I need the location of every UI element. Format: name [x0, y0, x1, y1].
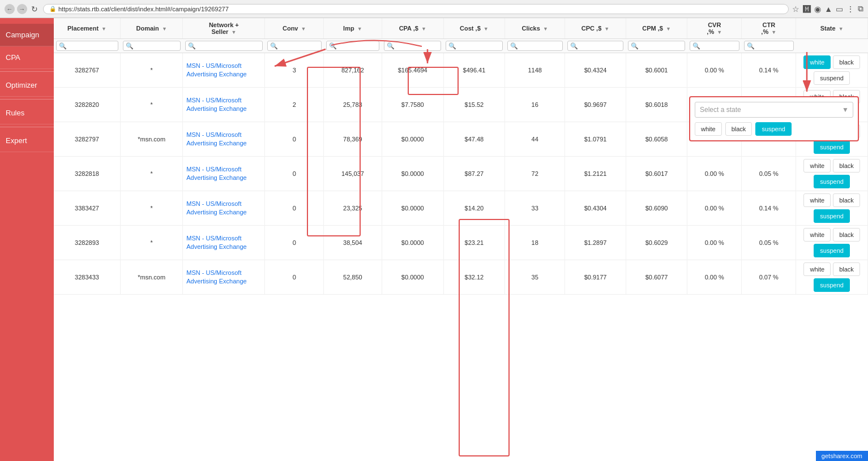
cost-filter-icon[interactable]: ▼ — [484, 26, 489, 32]
cell-ctr: 0.14 % — [742, 53, 796, 88]
cell-clicks: 16 — [505, 88, 565, 122]
state-suspend-button[interactable]: suspend — [755, 122, 792, 136]
table-search-row — [54, 39, 868, 53]
search-cost[interactable] — [446, 41, 502, 51]
search-network[interactable] — [185, 41, 263, 51]
row-black-btn[interactable]: black — [833, 159, 860, 173]
row-white-btn[interactable]: white — [803, 159, 831, 173]
forward-button[interactable]: → — [17, 4, 27, 14]
row-suspend-btn[interactable]: suspend — [814, 209, 850, 223]
domain-filter-icon[interactable]: ▼ — [162, 26, 167, 32]
bottom-badge: getsharex.com — [816, 451, 868, 461]
cell-cpc: $0.4324 — [565, 53, 626, 88]
cpa-filter-icon[interactable]: ▼ — [421, 26, 426, 32]
placement-filter-icon[interactable]: ▼ — [101, 26, 106, 32]
cast-icon[interactable]: ▭ — [836, 5, 843, 14]
sidebar-item-optimizer[interactable]: Optimizer — [0, 74, 54, 97]
row-suspend-btn[interactable]: suspend — [814, 71, 850, 85]
menu-icon[interactable]: ⋮ — [846, 5, 854, 14]
cell-placement: 3282893 — [54, 226, 121, 260]
cell-cpc: $1.0791 — [565, 122, 626, 157]
state-black-button[interactable]: black — [725, 122, 752, 136]
cell-conv: 2 — [265, 88, 324, 122]
cell-cpm: $0.6029 — [626, 226, 687, 260]
search-domain[interactable] — [123, 41, 181, 51]
cell-domain: * — [121, 191, 183, 226]
col-cpm: CPM ,$ ▼ — [626, 18, 687, 39]
search-conv[interactable] — [267, 41, 322, 51]
cpc-filter-icon[interactable]: ▼ — [604, 26, 609, 32]
search-imp[interactable] — [326, 41, 380, 51]
cell-cpm: $0.6077 — [626, 260, 687, 295]
imp-filter-icon[interactable]: ▼ — [357, 26, 362, 32]
state-white-button[interactable]: white — [695, 122, 722, 136]
ext-icon-1[interactable]: 🅼 — [803, 5, 811, 14]
col-cvr: CVR,% ▼ — [687, 18, 742, 39]
cell-cpa: $0.0000 — [382, 191, 443, 226]
bookmark-icon[interactable]: ☆ — [792, 5, 799, 14]
cell-imp: 145,037 — [324, 157, 382, 191]
row-white-btn[interactable]: white — [803, 193, 831, 207]
state-select-dropdown[interactable]: Select a state white black suspend — [695, 102, 853, 118]
col-cost: Cost ,$ ▼ — [443, 18, 504, 39]
search-cpc[interactable] — [567, 41, 624, 51]
ctr-filter-icon[interactable]: ▼ — [771, 29, 776, 35]
ext-icon-2[interactable]: ◉ — [814, 5, 821, 14]
sidebar-item-cpa[interactable]: CPA — [0, 46, 54, 69]
cell-conv: 0 — [265, 191, 324, 226]
row-white-btn[interactable]: white — [803, 228, 831, 242]
sidebar-item-rules[interactable]: Rules — [0, 102, 54, 124]
cell-network: MSN - US/Microsoft Advertising Exchange — [183, 53, 265, 88]
cell-cpa: $0.0000 — [382, 157, 443, 191]
row-white-btn[interactable]: white — [803, 262, 831, 276]
cell-network: MSN - US/Microsoft Advertising Exchange — [183, 88, 265, 122]
app-layout: Campaign CPA Optimizer Rules Expert — [0, 18, 868, 461]
col-placement: Placement ▼ — [54, 18, 121, 39]
cell-state: white black suspend — [796, 157, 868, 191]
cell-cvr: 0.00 % — [687, 260, 742, 295]
cell-cvr: 0.00 % — [687, 157, 742, 191]
row-suspend-btn[interactable]: suspend — [814, 175, 850, 188]
cell-cvr: 0.00 % — [687, 191, 742, 226]
ext-icon-3[interactable]: ▲ — [824, 5, 832, 14]
url-bar[interactable]: 🔒 https://stats.rtb.cat/client/dist/inde… — [43, 4, 789, 14]
row-black-btn[interactable]: black — [833, 55, 860, 69]
cpm-filter-icon[interactable]: ▼ — [666, 26, 671, 32]
cell-clicks: 44 — [505, 122, 565, 157]
search-clicks[interactable] — [507, 41, 563, 51]
row-black-btn[interactable]: black — [833, 262, 860, 276]
cell-cpc: $0.4304 — [565, 191, 626, 226]
row-suspend-btn[interactable]: suspend — [814, 140, 850, 154]
cell-cost: $496.41 — [443, 53, 504, 88]
copy-icon[interactable]: ⧉ — [858, 4, 863, 14]
reload-button[interactable]: ↻ — [29, 4, 40, 14]
cell-cvr: 0.00 % — [687, 226, 742, 260]
search-cvr[interactable] — [690, 41, 739, 51]
state-select-container: Select a state white black suspend ▼ whi… — [689, 96, 859, 141]
sidebar-item-campaign[interactable]: Campaign — [0, 24, 54, 46]
cell-cvr: 0.00 % — [687, 53, 742, 88]
cell-network: MSN - US/Microsoft Advertising Exchange — [183, 260, 265, 295]
table-row: 3283433 *msn.com MSN - US/Microsoft Adve… — [54, 260, 868, 295]
conv-filter-icon[interactable]: ▼ — [301, 26, 306, 32]
search-ctr[interactable] — [744, 41, 794, 51]
search-cpm[interactable] — [628, 41, 685, 51]
cvr-filter-icon[interactable]: ▼ — [717, 29, 722, 35]
search-cpa[interactable] — [384, 41, 441, 51]
network-filter-icon[interactable]: ▼ — [231, 29, 236, 35]
row-black-btn[interactable]: black — [833, 228, 860, 242]
browser-controls: ← → ↻ — [5, 4, 40, 14]
search-placement[interactable] — [56, 41, 118, 51]
row-white-btn[interactable]: white — [803, 55, 831, 69]
row-suspend-btn[interactable]: suspend — [814, 278, 850, 292]
col-cpa: CPA ,$ ▼ — [382, 18, 443, 39]
clicks-filter-icon[interactable]: ▼ — [543, 26, 548, 32]
sidebar-item-expert[interactable]: Expert — [0, 130, 54, 152]
row-black-btn[interactable]: black — [833, 193, 860, 207]
state-filter-icon[interactable]: ▼ — [839, 26, 844, 32]
back-button[interactable]: ← — [5, 4, 15, 14]
row-suspend-btn[interactable]: suspend — [814, 244, 850, 257]
cell-cost: $32.12 — [443, 260, 504, 295]
cell-domain: * — [121, 226, 183, 260]
cell-conv: 3 — [265, 53, 324, 88]
